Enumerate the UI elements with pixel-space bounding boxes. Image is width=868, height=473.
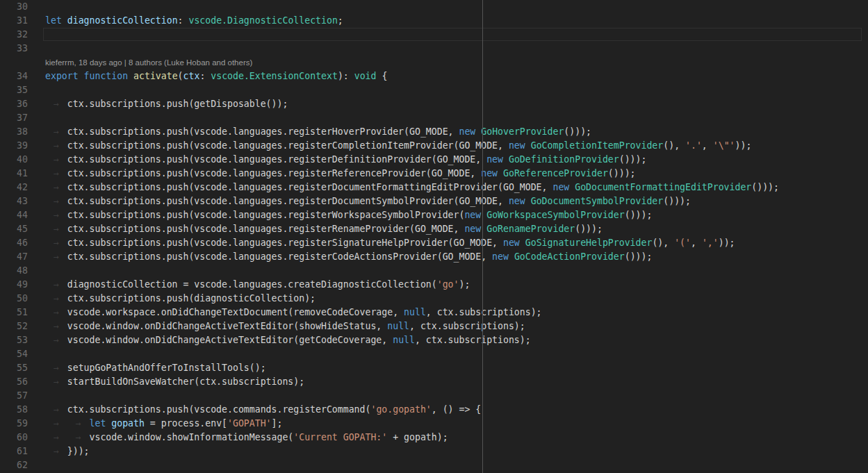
code-line[interactable]: →ctx.subscriptions.push(vscode.languages… xyxy=(28,167,636,181)
code-token: diagnosticCollection xyxy=(67,15,178,26)
line-number[interactable]: 33 xyxy=(0,42,28,56)
line-number xyxy=(0,56,28,69)
editor-row: 60→→vscode.window.showInformationMessage… xyxy=(0,431,868,445)
code-line[interactable]: →ctx.subscriptions.push(vscode.languages… xyxy=(28,125,591,139)
code-line[interactable]: →ctx.subscriptions.push(diagnosticCollec… xyxy=(28,292,316,306)
code-token: ctx.subscriptions.push(vscode.languages.… xyxy=(67,154,486,165)
code-line[interactable]: →setupGoPathAndOfferToInstallTools(); xyxy=(28,361,266,375)
code-line[interactable] xyxy=(28,83,45,97)
line-number[interactable]: 62 xyxy=(0,458,28,472)
code-line[interactable]: →startBuildOnSaveWatcher(ctx.subscriptio… xyxy=(28,375,304,389)
line-number[interactable]: 55 xyxy=(0,361,28,375)
code-token: GoCompletionItemProvider xyxy=(531,140,664,151)
code-line[interactable] xyxy=(28,42,45,56)
code-line[interactable]: →→vscode.window.showInformationMessage('… xyxy=(28,431,448,445)
code-line[interactable] xyxy=(28,0,45,14)
code-line[interactable]: →ctx.subscriptions.push(vscode.languages… xyxy=(28,208,652,222)
line-number[interactable]: 30 xyxy=(0,0,28,14)
code-line[interactable] xyxy=(28,111,45,125)
codelens-annotation[interactable]: kieferrm, 18 days ago | 8 authors (Luke … xyxy=(28,56,252,69)
line-number[interactable]: 45 xyxy=(0,222,28,236)
codelens-row: kieferrm, 18 days ago | 8 authors (Luke … xyxy=(0,56,868,69)
code-line[interactable] xyxy=(28,28,45,42)
code-line[interactable]: →vscode.window.onDidChangeActiveTextEdit… xyxy=(28,333,531,347)
line-number[interactable]: 31 xyxy=(0,14,28,28)
code-line[interactable]: →→let gopath = process.env['GOPATH']; xyxy=(28,417,282,431)
code-line[interactable]: →ctx.subscriptions.push(vscode.languages… xyxy=(28,139,751,153)
line-number[interactable]: 34 xyxy=(0,69,28,83)
tab-arrow-icon: → xyxy=(45,139,67,153)
line-number[interactable]: 51 xyxy=(0,306,28,320)
code-token: let xyxy=(45,15,62,26)
code-token: ctx.subscriptions.push(vscode.languages.… xyxy=(67,196,509,206)
code-token: void xyxy=(354,71,377,81)
code-token: ',' xyxy=(702,238,719,248)
line-number[interactable]: 48 xyxy=(0,264,28,278)
line-number[interactable]: 36 xyxy=(0,97,28,111)
code-token: startBuildOnSaveWatcher(ctx.subscription… xyxy=(67,376,304,387)
code-token: 'Current GOPATH:' xyxy=(293,432,387,442)
code-line[interactable] xyxy=(28,347,45,361)
line-number[interactable]: 39 xyxy=(0,139,28,153)
code-token xyxy=(62,15,67,26)
line-number[interactable]: 44 xyxy=(0,208,28,222)
code-line[interactable]: →vscode.workspace.onDidChangeTextDocumen… xyxy=(28,306,542,320)
code-line[interactable]: →ctx.subscriptions.push(vscode.languages… xyxy=(28,181,779,194)
line-number[interactable]: 47 xyxy=(0,250,28,264)
line-number[interactable]: 43 xyxy=(0,194,28,208)
code-line[interactable] xyxy=(28,264,45,278)
editor-row: 62 xyxy=(0,458,868,472)
code-line[interactable]: →ctx.subscriptions.push(vscode.commands.… xyxy=(28,403,481,417)
line-number[interactable]: 53 xyxy=(0,333,28,347)
line-number[interactable]: 57 xyxy=(0,389,28,403)
line-number[interactable]: 60 xyxy=(0,431,28,445)
editor-row: 51→vscode.workspace.onDidChangeTextDocum… xyxy=(0,306,868,320)
line-number[interactable]: 59 xyxy=(0,417,28,431)
line-number[interactable]: 54 xyxy=(0,347,28,361)
code-token: '.' xyxy=(685,140,702,151)
code-line[interactable]: →diagnosticCollection = vscode.languages… xyxy=(28,278,470,292)
code-editor[interactable]: 3031let diagnosticCollection: vscode.Dia… xyxy=(0,0,868,473)
line-number[interactable]: 37 xyxy=(0,111,28,125)
code-line[interactable]: →ctx.subscriptions.push(vscode.languages… xyxy=(28,250,652,264)
code-token: '\"' xyxy=(713,140,735,151)
code-line[interactable] xyxy=(28,389,45,403)
editor-row: 46→ctx.subscriptions.push(vscode.languag… xyxy=(0,236,868,250)
code-token: GoDefinitionProvider xyxy=(509,154,619,165)
code-token: vscode.window.onDidChangeActiveTextEdito… xyxy=(67,321,388,331)
line-number[interactable]: 61 xyxy=(0,445,28,458)
tab-arrow-icon: → xyxy=(45,292,67,306)
tab-arrow-icon: → xyxy=(45,236,67,250)
line-number[interactable]: 46 xyxy=(0,236,28,250)
code-line[interactable]: →})); xyxy=(28,445,90,458)
editor-row: 48 xyxy=(0,264,868,278)
line-number[interactable]: 49 xyxy=(0,278,28,292)
line-number[interactable]: 41 xyxy=(0,167,28,181)
code-line[interactable]: →ctx.subscriptions.push(vscode.languages… xyxy=(28,236,735,250)
line-number[interactable]: 40 xyxy=(0,153,28,167)
code-token: , ctx.subscriptions); xyxy=(409,321,525,331)
code-line[interactable]: →ctx.subscriptions.push(vscode.languages… xyxy=(28,153,646,167)
code-line[interactable]: →ctx.subscriptions.push(vscode.languages… xyxy=(28,222,603,236)
code-line[interactable]: let diagnosticCollection: vscode.Diagnos… xyxy=(28,14,343,28)
line-number[interactable]: 58 xyxy=(0,403,28,417)
code-token: )); xyxy=(719,238,735,248)
code-token: new xyxy=(464,224,481,234)
code-token: , () => { xyxy=(432,404,481,415)
code-token: new xyxy=(459,126,475,137)
line-number[interactable]: 42 xyxy=(0,181,28,194)
code-line[interactable]: export function activate(ctx: vscode.Ext… xyxy=(28,69,387,83)
code-token: ctx.subscriptions.push(vscode.languages.… xyxy=(67,168,481,179)
line-number[interactable]: 50 xyxy=(0,292,28,306)
code-line[interactable] xyxy=(28,458,45,472)
line-number[interactable]: 38 xyxy=(0,125,28,139)
code-token: 'go' xyxy=(437,279,459,290)
code-line[interactable]: →vscode.window.onDidChangeActiveTextEdit… xyxy=(28,320,525,333)
line-number[interactable]: 35 xyxy=(0,83,28,97)
line-number[interactable]: 56 xyxy=(0,375,28,389)
line-number[interactable]: 32 xyxy=(0,28,28,42)
tab-arrow-icon: → xyxy=(45,320,67,333)
code-line[interactable]: →ctx.subscriptions.push(vscode.languages… xyxy=(28,194,691,208)
code-line[interactable]: →ctx.subscriptions.push(getDisposable())… xyxy=(28,97,288,111)
line-number[interactable]: 52 xyxy=(0,320,28,333)
